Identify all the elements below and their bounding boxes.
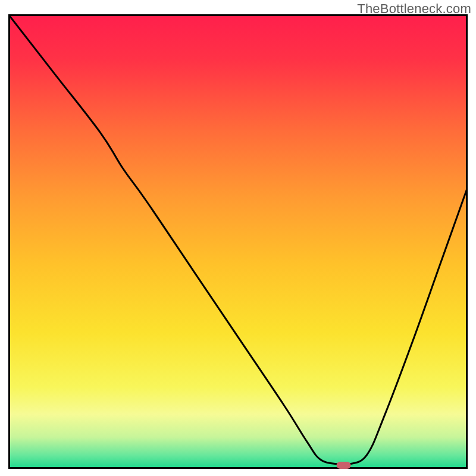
bottleneck-chart	[8, 14, 468, 469]
chart-background	[8, 14, 468, 469]
chart-svg	[8, 14, 468, 469]
optimum-marker	[337, 462, 351, 469]
watermark-text: TheBottleneck.com	[357, 1, 471, 17]
